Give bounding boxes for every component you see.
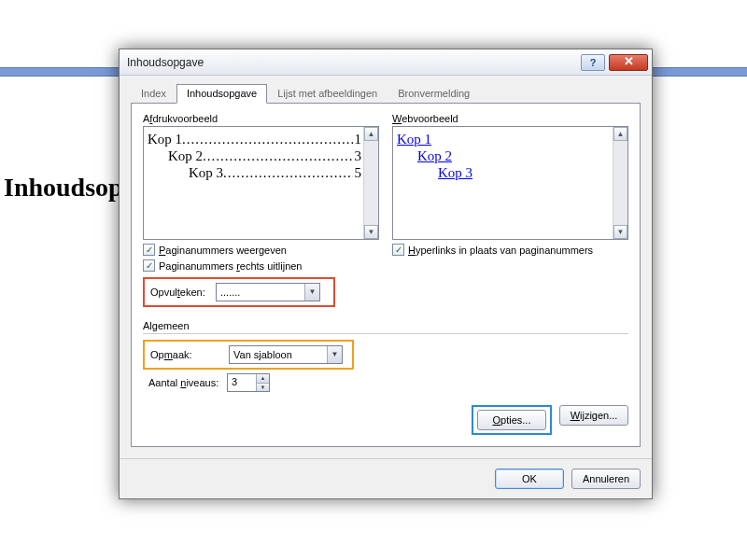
highlight-format: Opmaak: Van sjabloon ▼ <box>143 340 354 370</box>
toc-leader: ........................................… <box>182 131 352 147</box>
options-button[interactable]: OOpties...pties... <box>477 410 546 430</box>
fill-char-value: ....... <box>217 284 304 301</box>
levels-spinner[interactable]: 3 ▲ ▼ <box>227 373 270 392</box>
tab-toc[interactable]: Inhoudsopgave <box>176 84 267 104</box>
fill-char-combo[interactable]: ....... ▼ <box>216 283 320 301</box>
toc-leader: ........................................… <box>223 164 352 181</box>
divider <box>143 333 628 334</box>
toc-dialog: Inhoudsopgave ? ✕ Index Inhoudsopgave Li… <box>119 49 653 499</box>
web-preview-box: Kop 1 Kop 2 Kop 3 ▲ ▼ <box>392 126 628 240</box>
levels-label: Aantal niveaus: <box>148 377 221 388</box>
checkmark-icon: ✓ <box>392 244 404 256</box>
toc-leader: ........................................… <box>203 147 352 164</box>
scroll-up-icon[interactable]: ▲ <box>613 127 627 141</box>
spin-up-icon[interactable]: ▲ <box>257 374 269 383</box>
checkbox-right-align-numbers[interactable]: ✓ Paginanummers rechts uitlijnen <box>143 259 379 272</box>
background-heading: Inhoudsop <box>4 173 123 203</box>
tab-figures[interactable]: Lijst met afbeeldingen <box>267 84 388 104</box>
highlight-fill-char: Opvulteken: ....... ▼ <box>143 277 335 307</box>
toc-title: Kop 1 <box>148 131 182 147</box>
web-link[interactable]: Kop 1 <box>397 131 611 147</box>
toc-page: 3 <box>353 147 362 164</box>
format-label: Opmaak: <box>150 349 223 360</box>
ok-button[interactable]: OK <box>495 469 564 489</box>
toc-row: Kop 2 ..................................… <box>148 147 361 164</box>
toc-title: Kop 2 <box>168 147 203 164</box>
web-link[interactable]: Kop 2 <box>397 147 611 164</box>
toc-page: 1 <box>353 131 362 147</box>
highlight-options: OOpties...pties... <box>472 405 552 435</box>
general-group-label: Algemeen <box>143 320 628 331</box>
scroll-down-icon[interactable]: ▼ <box>364 225 378 239</box>
tab-bibliography[interactable]: Bronvermelding <box>388 84 480 104</box>
tab-strip: Index Inhoudsopgave Lijst met afbeelding… <box>131 83 641 104</box>
print-preview-box: Kop 1 ..................................… <box>143 126 379 240</box>
scroll-up-icon[interactable]: ▲ <box>364 127 378 141</box>
toc-row: Kop 1 ..................................… <box>148 131 361 147</box>
print-preview-label: Afdrukvoorbeeld <box>143 113 379 124</box>
checkmark-icon: ✓ <box>143 244 155 256</box>
web-link[interactable]: Kop 3 <box>397 164 611 181</box>
scrollbar[interactable]: ▲ ▼ <box>363 127 378 239</box>
checkbox-hyperlinks[interactable]: ✓ Hyperlinks in plaats van paginanummers <box>392 244 628 256</box>
close-button[interactable]: ✕ <box>609 54 648 71</box>
format-combo[interactable]: Van sjabloon ▼ <box>229 345 343 364</box>
dialog-title: Inhoudsopgave <box>127 56 581 69</box>
checkbox-show-page-numbers[interactable]: ✓ Paginanummers weergeven <box>143 244 379 256</box>
toc-title: Kop 3 <box>189 164 223 181</box>
titlebar[interactable]: Inhoudsopgave ? ✕ <box>120 49 652 76</box>
web-preview-label: Webvoorbeeld <box>392 113 628 124</box>
fill-char-label: Opvulteken: <box>150 287 210 298</box>
tab-index[interactable]: Index <box>131 84 176 104</box>
cancel-button[interactable]: Annuleren <box>571 469 641 489</box>
scrollbar[interactable]: ▲ ▼ <box>613 127 627 239</box>
spin-down-icon[interactable]: ▼ <box>257 383 269 392</box>
tab-content: Afdrukvoorbeeld Kop 1 ..................… <box>131 104 641 447</box>
levels-value: 3 <box>228 374 256 391</box>
chevron-down-icon[interactable]: ▼ <box>327 346 342 363</box>
chevron-down-icon[interactable]: ▼ <box>304 284 319 301</box>
format-value: Van sjabloon <box>230 346 327 363</box>
checkmark-icon: ✓ <box>143 259 155 272</box>
toc-page: 5 <box>353 164 362 181</box>
dialog-footer: OK Annuleren <box>120 458 652 498</box>
toc-row: Kop 3 ..................................… <box>148 164 361 181</box>
help-button[interactable]: ? <box>581 54 605 71</box>
modify-button[interactable]: Wijzigen... <box>559 405 628 426</box>
scroll-down-icon[interactable]: ▼ <box>613 225 627 239</box>
